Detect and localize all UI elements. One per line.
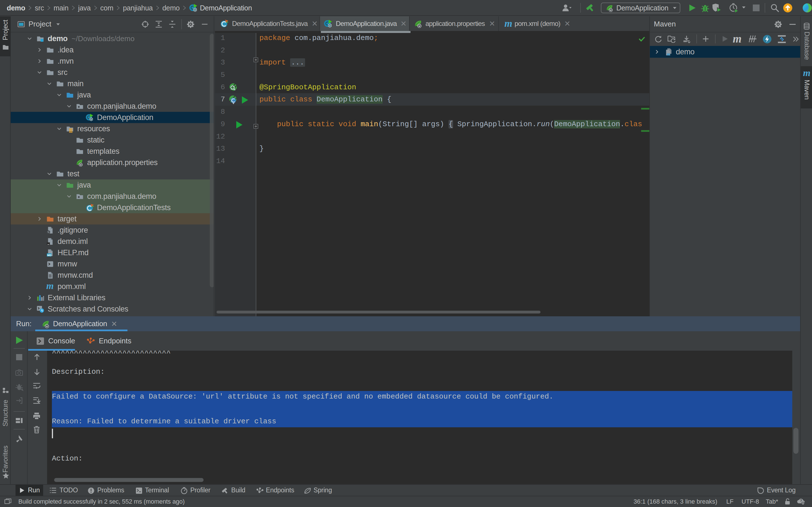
- svg-text:MD: MD: [47, 253, 52, 257]
- svg-text:m: m: [667, 52, 670, 56]
- svg-text:?: ?: [800, 499, 802, 503]
